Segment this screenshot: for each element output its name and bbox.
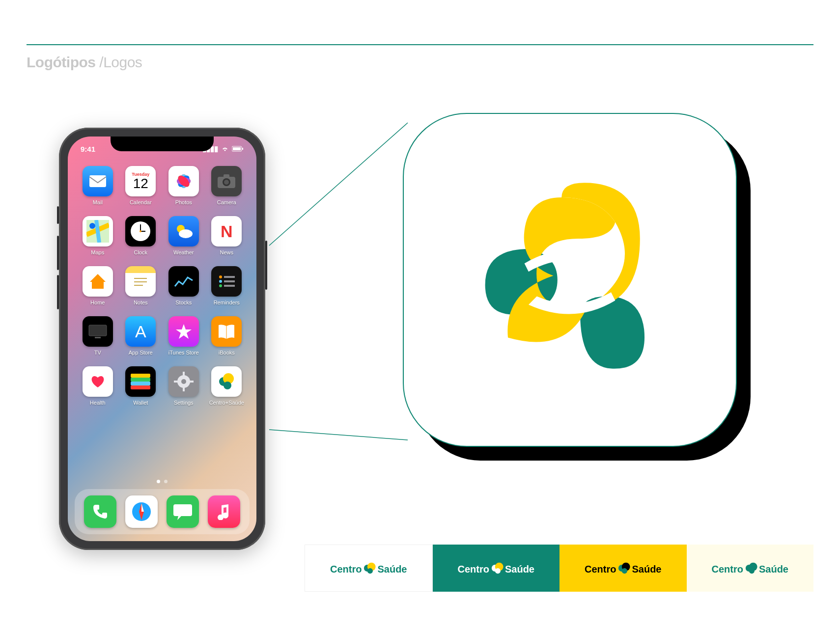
map-icon bbox=[83, 216, 113, 247]
N-icon: N bbox=[211, 216, 242, 247]
app-clock[interactable]: Clock bbox=[122, 216, 160, 255]
app-label: Mail bbox=[93, 199, 103, 205]
logo-variant-yellow: Centro Saúde bbox=[560, 545, 687, 592]
app-tv[interactable]: TV bbox=[79, 316, 117, 356]
app-label: Wallet bbox=[133, 400, 148, 406]
app-label: Stocks bbox=[175, 300, 192, 305]
svg-point-17 bbox=[89, 223, 95, 229]
app-stocks[interactable]: Stocks bbox=[165, 266, 203, 305]
dock bbox=[75, 489, 250, 534]
logo-variant-teal: Centro Saúde bbox=[433, 545, 560, 592]
mute-switch bbox=[57, 206, 59, 224]
app-notes[interactable]: Notes bbox=[122, 266, 160, 305]
app-reminders[interactable]: Reminders bbox=[208, 266, 246, 305]
battery-icon bbox=[232, 145, 244, 153]
app-label: Weather bbox=[173, 249, 194, 255]
svg-rect-43 bbox=[183, 387, 185, 391]
svg-point-21 bbox=[140, 230, 141, 232]
wordmark-b: Saúde bbox=[505, 564, 534, 575]
dock-phone[interactable] bbox=[84, 495, 116, 528]
app-maps[interactable]: Maps bbox=[79, 216, 117, 255]
svg-rect-13 bbox=[224, 174, 229, 178]
dock-messages[interactable] bbox=[167, 495, 199, 528]
app-label: Notes bbox=[134, 300, 148, 305]
phone-screen: 9:41 ▮▮▮▮ MailTuesday12CalendarPhotosCam… bbox=[68, 137, 256, 541]
app-calendar[interactable]: Tuesday12Calendar bbox=[122, 166, 160, 205]
app-news[interactable]: NNews bbox=[208, 216, 246, 255]
svg-rect-33 bbox=[89, 325, 107, 336]
app-centro-sa-de[interactable]: Centro+Saúde bbox=[208, 366, 246, 406]
svg-rect-37 bbox=[131, 378, 150, 382]
svg-rect-39 bbox=[131, 385, 150, 389]
brand-mark-icon bbox=[617, 561, 631, 575]
app-camera[interactable]: Camera bbox=[208, 166, 246, 205]
app-label: Reminders bbox=[214, 300, 240, 305]
app-label: Calendar bbox=[130, 199, 152, 205]
app-label: Photos bbox=[175, 199, 192, 205]
svg-rect-1 bbox=[233, 147, 241, 150]
dock-safari[interactable] bbox=[125, 495, 158, 528]
app-itunes-store[interactable]: iTunes Store bbox=[165, 316, 203, 356]
app-settings[interactable]: Settings bbox=[165, 366, 203, 406]
svg-point-31 bbox=[219, 284, 222, 287]
app-label: TV bbox=[94, 350, 101, 356]
home-app-grid: MailTuesday12CalendarPhotosCameraMapsClo… bbox=[79, 166, 246, 406]
camera-icon bbox=[211, 166, 242, 196]
svg-line-51 bbox=[269, 123, 408, 246]
header-rule bbox=[27, 44, 813, 45]
stocks-icon bbox=[168, 266, 199, 297]
svg-point-23 bbox=[179, 229, 193, 238]
book-icon bbox=[211, 316, 242, 347]
clock-icon bbox=[125, 216, 156, 247]
app-ibooks[interactable]: iBooks bbox=[208, 316, 246, 356]
notch bbox=[111, 137, 214, 151]
app-app-store[interactable]: AApp Store bbox=[122, 316, 160, 356]
notes-icon bbox=[125, 266, 156, 297]
weather-icon bbox=[168, 216, 199, 247]
wordmark-a: Centro bbox=[585, 564, 616, 575]
app-label: Centro+Saúde bbox=[209, 400, 244, 406]
list-icon bbox=[211, 266, 242, 297]
svg-point-55 bbox=[367, 568, 373, 574]
svg-rect-3 bbox=[89, 175, 106, 187]
svg-rect-34 bbox=[95, 337, 101, 338]
A-icon: A bbox=[125, 316, 156, 347]
app-weather[interactable]: Weather bbox=[165, 216, 203, 255]
gear-icon bbox=[168, 366, 199, 397]
flower-icon bbox=[168, 166, 199, 196]
wordmark-a: Centro bbox=[330, 564, 362, 575]
wordmark-a: Centro bbox=[458, 564, 489, 575]
svg-rect-2 bbox=[242, 148, 243, 150]
star-icon bbox=[168, 316, 199, 347]
power-button bbox=[265, 241, 267, 290]
svg-rect-44 bbox=[174, 381, 178, 383]
volume-up bbox=[57, 236, 59, 270]
app-label: Home bbox=[90, 300, 105, 305]
calendar-icon: Tuesday12 bbox=[125, 166, 156, 196]
dock-music[interactable] bbox=[208, 495, 240, 528]
svg-point-48 bbox=[224, 382, 231, 389]
app-label: Settings bbox=[174, 400, 194, 406]
svg-point-64 bbox=[749, 568, 755, 574]
logo-variant-white: Centro Saúde bbox=[305, 545, 433, 592]
phone-mockup: 9:41 ▮▮▮▮ MailTuesday12CalendarPhotosCam… bbox=[59, 128, 265, 550]
svg-rect-38 bbox=[131, 382, 150, 385]
app-label: App Store bbox=[129, 350, 153, 356]
svg-rect-42 bbox=[183, 372, 185, 376]
logo-variants-strip: Centro Saúde Centro Saúde Centro Saúde C… bbox=[305, 545, 813, 592]
app-home[interactable]: Home bbox=[79, 266, 117, 305]
app-wallet[interactable]: Wallet bbox=[122, 366, 160, 406]
app-photos[interactable]: Photos bbox=[165, 166, 203, 205]
status-time: 9:41 bbox=[81, 145, 95, 153]
tv-icon bbox=[83, 316, 113, 347]
brand-mark-icon bbox=[490, 561, 504, 575]
app-mail[interactable]: Mail bbox=[79, 166, 117, 205]
app-label: iBooks bbox=[219, 350, 235, 356]
phone-body: 9:41 ▮▮▮▮ MailTuesday12CalendarPhotosCam… bbox=[59, 128, 265, 550]
brand-mark-icon bbox=[467, 177, 673, 383]
app-health[interactable]: Health bbox=[79, 366, 117, 406]
wordmark-b: Saúde bbox=[377, 564, 407, 575]
heart-icon bbox=[83, 366, 113, 397]
svg-line-52 bbox=[269, 430, 408, 440]
brand-mark-icon bbox=[363, 561, 376, 575]
